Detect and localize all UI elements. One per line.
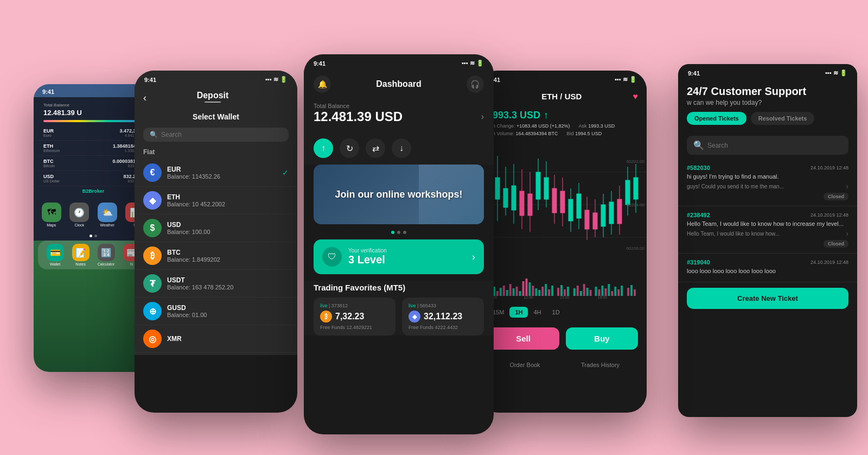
weather-icon: ⛅ bbox=[98, 203, 117, 222]
trading-card-eth[interactable]: live | 565433 ◆ 32,112.23 Free Funds 422… bbox=[402, 298, 484, 336]
verif-level: 3 Level bbox=[348, 254, 387, 266]
transfer-button[interactable]: ⇄ bbox=[366, 138, 385, 158]
svg-rect-59 bbox=[535, 288, 537, 296]
tf-1h[interactable]: 1H bbox=[509, 307, 528, 318]
deposit-status-bar: 9:41 ▪▪▪ ≋ 🔋 bbox=[135, 71, 297, 86]
verification-card[interactable]: 🛡 Your verification 3 Level › bbox=[314, 239, 484, 274]
clock-icon: 🕐 bbox=[69, 203, 89, 222]
phone-deposit: 9:41 ▪▪▪ ≋ 🔋 ‹ Deposit Select Wallet 🔍 F… bbox=[135, 71, 297, 413]
ticket-238492[interactable]: #238492 24.10.2019 12:48 Hello Team, I w… bbox=[678, 206, 857, 254]
deposit-coin-eth[interactable]: ◆ ETH Balance: 10 452.2002 bbox=[135, 187, 297, 214]
deposit-coin-gusd[interactable]: ⊕ GUSD Balance: 01.00 bbox=[135, 298, 297, 325]
home-time: 9:41 bbox=[42, 89, 54, 95]
dashboard-time: 9:41 bbox=[314, 60, 326, 67]
chart-timeframes: 15M 1H 4H 1D bbox=[478, 302, 647, 322]
deposit-coin-usdt[interactable]: ₮ USDT Balance: 163 478 252.20 bbox=[135, 270, 297, 298]
app-weather[interactable]: ⛅ Weather bbox=[95, 203, 120, 227]
tab-resolved-tickets[interactable]: Resolved Tickets bbox=[751, 112, 815, 125]
support-status-bar: 9:41 ▪▪▪ ≋ 🔋 bbox=[678, 64, 857, 80]
dashboard-banner[interactable]: Join our online workshops! bbox=[314, 165, 484, 224]
support-header: 24/7 Customer Support w can we help you … bbox=[678, 80, 857, 131]
deposit-search[interactable]: 🔍 bbox=[143, 128, 289, 142]
svg-rect-47 bbox=[496, 291, 499, 296]
deposit-coin-usd[interactable]: $ USD Balance: 100.00 bbox=[135, 214, 297, 242]
svg-rect-8 bbox=[503, 188, 508, 207]
svg-rect-22 bbox=[609, 202, 614, 224]
ticket-date-2: 24.10.2019 12:48 bbox=[810, 212, 848, 218]
deposit-search-input[interactable] bbox=[161, 131, 282, 138]
svg-rect-83 bbox=[621, 286, 623, 296]
tf-1d[interactable]: 1D bbox=[547, 307, 565, 318]
dock-calculator[interactable]: 🔢 Calculator bbox=[98, 244, 115, 266]
ticket-msg-3: looo looo looo looo looo looo looo bbox=[687, 268, 848, 274]
svg-rect-72 bbox=[583, 284, 585, 296]
dashboard-balance-section: Total Balance 12.481.39 USD › bbox=[304, 98, 494, 132]
svg-rect-54 bbox=[519, 291, 521, 296]
home-dot-2 bbox=[94, 235, 97, 237]
svg-rect-86 bbox=[634, 289, 636, 296]
btc-coin-icon: ₿ bbox=[320, 311, 332, 323]
favorite-icon[interactable]: ♥ bbox=[633, 92, 639, 102]
calculator-icon: 🔢 bbox=[98, 244, 115, 261]
svg-rect-32 bbox=[552, 188, 557, 213]
trading-card-btc[interactable]: live | 373812 ₿ 7,32.23 Free Funds 12.48… bbox=[314, 298, 395, 336]
ticket-msg-2: Hello Team, I would like to know how to … bbox=[687, 220, 848, 227]
dashboard-title: Dashboard bbox=[376, 79, 422, 89]
phone-chart: 9:41 ▪▪▪ ≋ 🔋 ‹ ETH / USD ♥ 1993.3 USD ↑ … bbox=[478, 71, 647, 413]
tab-opened-tickets[interactable]: Opened Tickets bbox=[687, 112, 746, 125]
banner-text: Join our online workshops! bbox=[335, 189, 462, 200]
svg-rect-53 bbox=[516, 287, 518, 296]
usd-avatar: $ bbox=[143, 219, 162, 237]
svg-rect-28 bbox=[520, 191, 524, 216]
home-balance-bar bbox=[43, 120, 143, 122]
price-up-arrow: ↑ bbox=[544, 110, 548, 121]
app-maps[interactable]: 🗺 Maps bbox=[39, 203, 64, 227]
app-clock[interactable]: 🕐 Clock bbox=[67, 203, 92, 227]
support-search[interactable]: 🔍 bbox=[687, 136, 848, 155]
ticket-id-3: #319040 bbox=[687, 259, 710, 266]
phone-dashboard: 9:41 ▪▪▪ ≋ 🔋 🔔 Dashboard 🎧 Total Balance… bbox=[304, 54, 494, 434]
home-coin-row-eth: ETH Ethereum 1.38481848 E 1.338.49 U bbox=[38, 141, 149, 156]
ticket-status-1: Closed bbox=[824, 193, 848, 200]
buy-button[interactable]: Buy bbox=[566, 327, 638, 350]
svg-rect-84 bbox=[627, 288, 629, 296]
chart-current-price: 1993.3 USD ↑ bbox=[487, 110, 638, 121]
svg-rect-76 bbox=[598, 289, 601, 296]
btc-live-label: live | 373812 bbox=[320, 303, 389, 308]
deposit-signal: ▪▪▪ ≋ 🔋 bbox=[265, 76, 288, 83]
refresh-button[interactable]: ↻ bbox=[340, 138, 359, 158]
dashboard-status-bar: 9:41 ▪▪▪ ≋ 🔋 bbox=[304, 54, 494, 70]
phone-support: 9:41 ▪▪▪ ≋ 🔋 24/7 Customer Support w can… bbox=[678, 64, 857, 417]
support-tabs: Opened Tickets Resolved Tickets bbox=[687, 112, 848, 125]
tab-trades-history[interactable]: Trades History bbox=[563, 358, 638, 372]
dock-notes[interactable]: 📝 Notes bbox=[72, 244, 90, 266]
btc-value: 7,32.23 bbox=[335, 312, 364, 321]
headset-icon[interactable]: 🎧 bbox=[467, 75, 484, 93]
histogram-svg: 9:00 12:00 15:00 18:00 bbox=[487, 270, 638, 300]
bell-icon[interactable]: 🔔 bbox=[314, 75, 331, 93]
ticket-chevron-1: › bbox=[846, 182, 848, 191]
deposit-coin-btc[interactable]: ₿ BTC Balance: 1.8499202 bbox=[135, 242, 297, 270]
dock-wallet[interactable]: 💳 Wallet bbox=[47, 244, 64, 266]
ticket-date-1: 24.10.2019 12:48 bbox=[810, 165, 848, 170]
chart-candlestick-area: 60202.00 60204.00 60206.00 bbox=[478, 140, 647, 270]
deposit-coin-eur[interactable]: € EUR Balance: 114352.26 ✓ bbox=[135, 159, 297, 187]
tf-4h[interactable]: 4H bbox=[528, 307, 546, 318]
sell-button[interactable]: Sell bbox=[487, 327, 559, 350]
tab-order-book[interactable]: Order Book bbox=[487, 358, 563, 372]
support-search-input[interactable] bbox=[707, 142, 842, 149]
dashboard-balance-value: 12.481.39 USD bbox=[314, 109, 403, 124]
banner-dot-1 bbox=[391, 231, 394, 234]
ticket-319040[interactable]: #319040 24.10.2019 12:48 looo looo looo … bbox=[678, 254, 857, 282]
home-balance-value: 12.481.39 U bbox=[38, 109, 149, 119]
svg-rect-52 bbox=[513, 288, 515, 296]
ticket-msg-1: hi guys! I'm trying to find a manual. bbox=[687, 173, 848, 180]
create-ticket-button[interactable]: Create New Ticket bbox=[687, 288, 848, 309]
download-button[interactable]: ↓ bbox=[392, 138, 411, 158]
svg-text:12:00: 12:00 bbox=[524, 295, 534, 299]
b2broker-badge: B2Broker bbox=[38, 186, 149, 196]
deposit-coin-xmr[interactable]: ◎ XMR bbox=[135, 325, 297, 353]
send-button[interactable]: ↑ bbox=[314, 138, 333, 158]
ticket-582030[interactable]: #582030 24.10.2019 12:48 hi guys! I'm tr… bbox=[678, 159, 857, 206]
home-balance-label: Total Balance bbox=[38, 99, 149, 109]
